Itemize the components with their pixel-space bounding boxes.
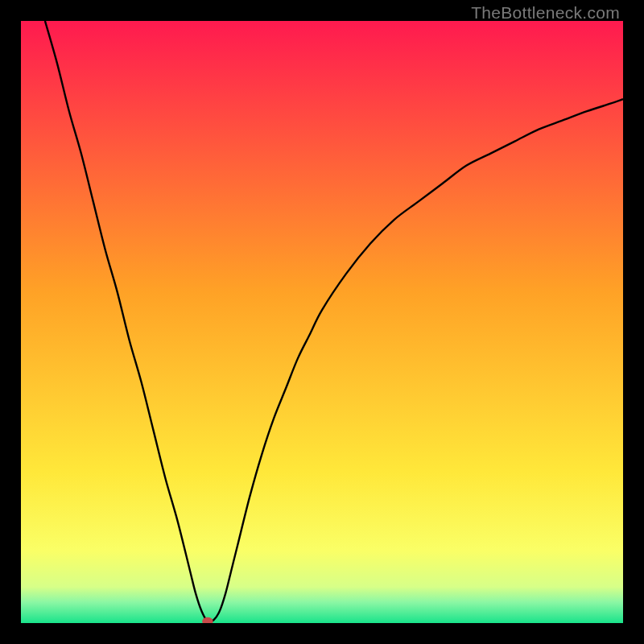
bottleneck-chart — [21, 21, 623, 623]
chart-frame — [21, 21, 623, 623]
watermark-label: TheBottleneck.com — [471, 3, 620, 23]
chart-background — [21, 21, 623, 623]
